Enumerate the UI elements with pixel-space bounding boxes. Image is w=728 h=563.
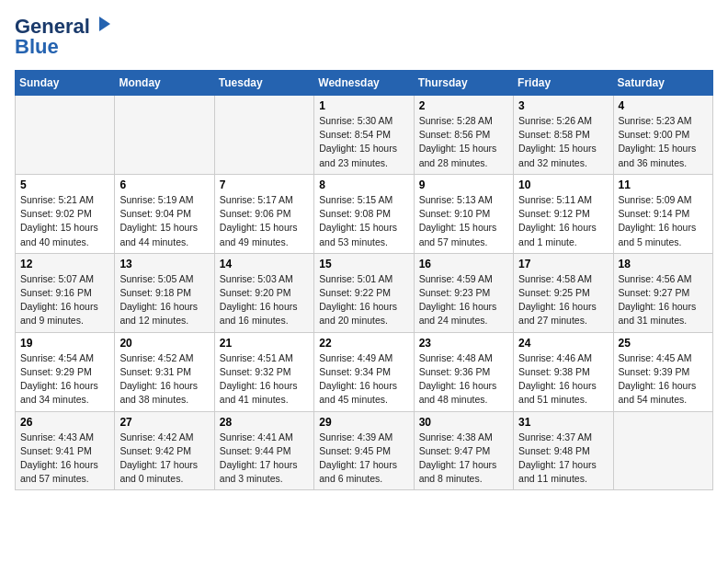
- day-info: Sunrise: 4:41 AMSunset: 9:44 PMDaylight:…: [220, 431, 309, 487]
- day-info: Sunrise: 5:09 AMSunset: 9:14 PMDaylight:…: [619, 193, 708, 249]
- day-info: Sunrise: 4:42 AMSunset: 9:42 PMDaylight:…: [119, 431, 209, 487]
- day-info: Sunrise: 5:30 AMSunset: 8:54 PMDaylight:…: [319, 114, 408, 170]
- calendar-week-5: 26Sunrise: 4:43 AMSunset: 9:41 PMDayligh…: [16, 411, 713, 490]
- day-info: Sunrise: 5:17 AMSunset: 9:06 PMDaylight:…: [220, 193, 309, 249]
- calendar-header: SundayMondayTuesdayWednesdayThursdayFrid…: [16, 71, 713, 96]
- calendar-body: 1Sunrise: 5:30 AMSunset: 8:54 PMDaylight…: [16, 96, 713, 490]
- calendar-cell: 26Sunrise: 4:43 AMSunset: 9:41 PMDayligh…: [16, 411, 115, 490]
- calendar-cell: 6Sunrise: 5:19 AMSunset: 9:04 PMDaylight…: [115, 174, 214, 253]
- weekday-header-wednesday: Wednesday: [314, 71, 414, 96]
- calendar-cell: 11Sunrise: 5:09 AMSunset: 9:14 PMDayligh…: [613, 174, 712, 253]
- day-info: Sunrise: 4:58 AMSunset: 9:25 PMDaylight:…: [518, 272, 608, 328]
- day-info: Sunrise: 5:28 AMSunset: 8:56 PMDaylight:…: [419, 114, 508, 170]
- day-info: Sunrise: 4:39 AMSunset: 9:45 PMDaylight:…: [319, 431, 408, 487]
- calendar-cell: 13Sunrise: 5:05 AMSunset: 9:18 PMDayligh…: [115, 253, 214, 332]
- day-info: Sunrise: 4:59 AMSunset: 9:23 PMDaylight:…: [419, 272, 508, 328]
- calendar-cell: [16, 96, 115, 175]
- calendar-cell: 9Sunrise: 5:13 AMSunset: 9:10 PMDaylight…: [414, 174, 513, 253]
- day-number: 22: [319, 337, 408, 350]
- calendar-cell: [214, 96, 313, 175]
- day-info: Sunrise: 5:07 AMSunset: 9:16 PMDaylight:…: [20, 272, 109, 328]
- calendar-cell: 29Sunrise: 4:39 AMSunset: 9:45 PMDayligh…: [314, 411, 414, 490]
- calendar-cell: 14Sunrise: 5:03 AMSunset: 9:20 PMDayligh…: [214, 253, 313, 332]
- calendar-cell: 22Sunrise: 4:49 AMSunset: 9:34 PMDayligh…: [314, 332, 414, 411]
- calendar-cell: 1Sunrise: 5:30 AMSunset: 8:54 PMDaylight…: [314, 96, 414, 175]
- day-number: 24: [518, 337, 608, 350]
- day-number: 2: [419, 99, 508, 112]
- calendar-cell: [115, 96, 214, 175]
- day-number: 1: [319, 99, 408, 112]
- day-number: 5: [20, 178, 109, 191]
- day-number: 14: [220, 258, 309, 270]
- page-header: General Blue: [15, 15, 713, 59]
- weekday-row: SundayMondayTuesdayWednesdayThursdayFrid…: [16, 71, 713, 96]
- day-info: Sunrise: 5:11 AMSunset: 9:12 PMDaylight:…: [518, 193, 608, 249]
- calendar-cell: 7Sunrise: 5:17 AMSunset: 9:06 PMDaylight…: [214, 174, 313, 253]
- day-info: Sunrise: 5:01 AMSunset: 9:22 PMDaylight:…: [319, 272, 408, 328]
- weekday-header-sunday: Sunday: [16, 71, 115, 96]
- calendar-cell: 3Sunrise: 5:26 AMSunset: 8:58 PMDaylight…: [514, 96, 613, 175]
- day-number: 13: [119, 258, 209, 270]
- day-number: 25: [619, 337, 708, 350]
- day-number: 20: [119, 337, 209, 350]
- calendar-cell: 21Sunrise: 4:51 AMSunset: 9:32 PMDayligh…: [214, 332, 313, 411]
- weekday-header-tuesday: Tuesday: [214, 71, 313, 96]
- day-number: 16: [419, 258, 508, 270]
- calendar-cell: 19Sunrise: 4:54 AMSunset: 9:29 PMDayligh…: [16, 332, 115, 411]
- calendar-cell: 10Sunrise: 5:11 AMSunset: 9:12 PMDayligh…: [514, 174, 613, 253]
- calendar-cell: 24Sunrise: 4:46 AMSunset: 9:38 PMDayligh…: [514, 332, 613, 411]
- day-info: Sunrise: 4:43 AMSunset: 9:41 PMDaylight:…: [20, 431, 109, 487]
- day-info: Sunrise: 5:23 AMSunset: 9:00 PMDaylight:…: [619, 114, 708, 170]
- day-number: 31: [518, 416, 608, 429]
- day-number: 23: [419, 337, 508, 350]
- day-info: Sunrise: 4:52 AMSunset: 9:31 PMDaylight:…: [119, 351, 209, 408]
- calendar-cell: 18Sunrise: 4:56 AMSunset: 9:27 PMDayligh…: [613, 253, 712, 332]
- day-number: 3: [518, 99, 608, 112]
- day-info: Sunrise: 4:56 AMSunset: 9:27 PMDaylight:…: [619, 272, 708, 328]
- day-info: Sunrise: 4:51 AMSunset: 9:32 PMDaylight:…: [220, 351, 309, 408]
- calendar-week-1: 1Sunrise: 5:30 AMSunset: 8:54 PMDaylight…: [16, 96, 713, 175]
- logo: General Blue: [15, 15, 112, 59]
- day-info: Sunrise: 5:21 AMSunset: 9:02 PMDaylight:…: [20, 193, 109, 249]
- day-number: 11: [619, 178, 708, 191]
- calendar-week-3: 12Sunrise: 5:07 AMSunset: 9:16 PMDayligh…: [16, 253, 713, 332]
- calendar-table: SundayMondayTuesdayWednesdayThursdayFrid…: [15, 70, 713, 490]
- day-info: Sunrise: 4:45 AMSunset: 9:39 PMDaylight:…: [619, 351, 708, 408]
- day-info: Sunrise: 4:54 AMSunset: 9:29 PMDaylight:…: [20, 351, 109, 408]
- calendar-cell: 8Sunrise: 5:15 AMSunset: 9:08 PMDaylight…: [314, 174, 414, 253]
- calendar-cell: 20Sunrise: 4:52 AMSunset: 9:31 PMDayligh…: [115, 332, 214, 411]
- day-number: 6: [119, 178, 209, 191]
- day-info: Sunrise: 4:38 AMSunset: 9:47 PMDaylight:…: [419, 431, 508, 487]
- day-info: Sunrise: 5:03 AMSunset: 9:20 PMDaylight:…: [220, 272, 309, 328]
- calendar-cell: 12Sunrise: 5:07 AMSunset: 9:16 PMDayligh…: [16, 253, 115, 332]
- calendar-cell: 30Sunrise: 4:38 AMSunset: 9:47 PMDayligh…: [414, 411, 513, 490]
- calendar-cell: 4Sunrise: 5:23 AMSunset: 9:00 PMDaylight…: [613, 96, 712, 175]
- calendar-week-2: 5Sunrise: 5:21 AMSunset: 9:02 PMDaylight…: [16, 174, 713, 253]
- day-info: Sunrise: 4:46 AMSunset: 9:38 PMDaylight:…: [518, 351, 608, 408]
- day-number: 26: [20, 416, 109, 429]
- calendar-cell: 5Sunrise: 5:21 AMSunset: 9:02 PMDaylight…: [16, 174, 115, 253]
- calendar-cell: 25Sunrise: 4:45 AMSunset: 9:39 PMDayligh…: [613, 332, 712, 411]
- day-info: Sunrise: 5:05 AMSunset: 9:18 PMDaylight:…: [119, 272, 209, 328]
- calendar-cell: 23Sunrise: 4:48 AMSunset: 9:36 PMDayligh…: [414, 332, 513, 411]
- day-number: 15: [319, 258, 408, 270]
- day-number: 19: [20, 337, 109, 350]
- day-number: 21: [220, 337, 309, 350]
- day-number: 28: [220, 416, 309, 429]
- logo-icon: [92, 15, 112, 35]
- day-number: 12: [20, 258, 109, 270]
- calendar-cell: 31Sunrise: 4:37 AMSunset: 9:48 PMDayligh…: [514, 411, 613, 490]
- calendar-cell: 17Sunrise: 4:58 AMSunset: 9:25 PMDayligh…: [514, 253, 613, 332]
- day-info: Sunrise: 4:37 AMSunset: 9:48 PMDaylight:…: [518, 431, 608, 487]
- calendar-week-4: 19Sunrise: 4:54 AMSunset: 9:29 PMDayligh…: [16, 332, 713, 411]
- calendar-cell: [613, 411, 712, 490]
- day-number: 9: [419, 178, 508, 191]
- day-number: 29: [319, 416, 408, 429]
- day-number: 18: [619, 258, 708, 270]
- calendar-cell: 16Sunrise: 4:59 AMSunset: 9:23 PMDayligh…: [414, 253, 513, 332]
- weekday-header-saturday: Saturday: [613, 71, 712, 96]
- day-number: 7: [220, 178, 309, 191]
- calendar-cell: 27Sunrise: 4:42 AMSunset: 9:42 PMDayligh…: [115, 411, 214, 490]
- day-number: 4: [619, 99, 708, 112]
- day-number: 8: [319, 178, 408, 191]
